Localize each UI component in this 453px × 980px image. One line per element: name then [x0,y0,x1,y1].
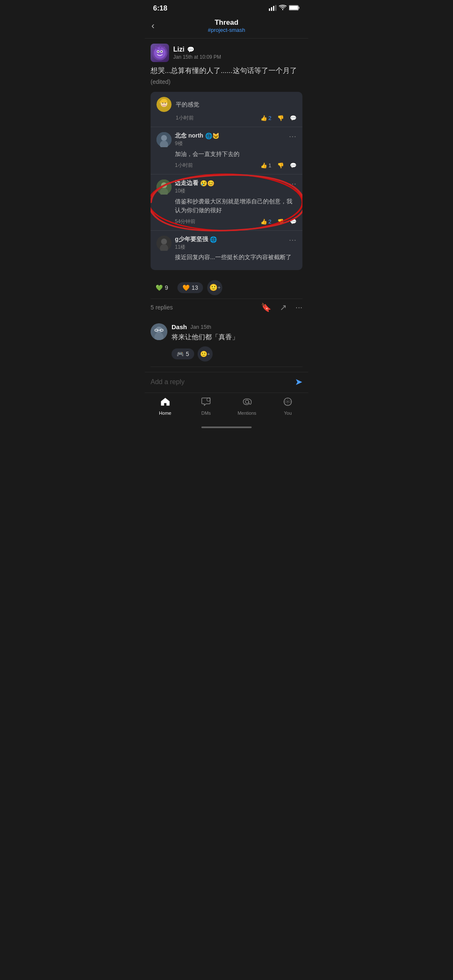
comment-1-like[interactable]: 👍 1 [260,162,271,169]
comment-3-more[interactable]: ··· [289,236,297,244]
dash-add-reaction[interactable]: 🙂+ [198,346,213,361]
status-time: 6:18 [153,4,167,13]
dash-reactions: 🎮 5 🙂+ [172,346,302,361]
svg-rect-0 [269,8,270,11]
comment-2-body: 借鉴和抄袭最大区别就是增添自己的创意，我认为你们做的很好 [156,197,297,215]
post-header: Lizi 💬 Jan 15th at 10:09 PM [151,44,302,62]
nav-you[interactable]: You [275,397,300,416]
nav-home-label: Home [159,411,171,416]
dash-name: Dash [172,323,187,330]
svg-point-35 [207,398,210,401]
post-text: 想哭...总算有懂的人了......这句话等了一个月了 (edited) [151,65,302,87]
card-top-comment: 平的感觉 1小时前 👍 2 👎 💬 [151,92,302,127]
clap-reaction[interactable]: 🧡 13 [177,282,203,293]
nav-home[interactable]: Home [153,397,178,416]
reply-input-bar: Add a reply ➤ [145,372,308,393]
comment-1-dislike[interactable]: 👎 [277,162,284,169]
clap-emoji: 🧡 [182,284,190,291]
poster-name: Lizi 💬 [173,46,221,53]
svg-rect-7 [299,7,300,9]
svg-rect-6 [289,6,298,10]
comment-1-meta: 北念 north 🌐🐱 9楼 [175,132,286,147]
dash-date: Jan 15th [190,324,211,330]
svg-point-13 [161,51,162,52]
bookmark-icon[interactable]: 🔖 [261,302,271,312]
comment-1-time: 1小时前 [175,162,255,169]
share-icon[interactable]: ↗ [280,302,287,312]
dash-avatar [151,323,167,340]
comment-1-reply[interactable]: 💬 [290,162,297,169]
wifi-icon [279,5,286,12]
comment-2-like[interactable]: 👍 2 [260,218,271,225]
nav-title: Thread #project-smash [208,18,245,33]
back-button[interactable]: ‹ [151,21,154,31]
you-icon [283,397,293,409]
svg-rect-1 [271,7,272,11]
home-indicator [201,426,252,428]
status-icons [269,5,300,12]
heart-reaction[interactable]: 💚 9 [151,282,173,293]
reply-input[interactable]: Add a reply [151,378,185,386]
nav-mentions-label: Mentions [237,411,256,416]
svg-point-12 [158,51,159,52]
edited-tag: (edited) [151,78,170,85]
top-comment-like[interactable]: 👍 2 [260,115,271,121]
dash-reply-content: Dash Jan 15th 将来让他们都「真香」 🎮 5 🙂+ [172,323,302,361]
svg-point-24 [161,182,167,188]
thread-title: Thread [208,18,245,27]
svg-point-4 [282,9,283,10]
comment-3: g少年要坚强 🌐 11楼 ··· 接近回复内容...一些挺长的文字内容被截断了 [151,231,302,270]
top-comment-text: 平的感觉 [176,101,199,109]
replies-bar: 5 replies 🔖 ↗ ··· [151,299,302,317]
comment-2: 边走边看 😢😊 10楼 ··· 借鉴和抄袭最大区别就是增添自己的创意，我认为你们… [151,174,302,231]
svg-point-9 [154,47,166,59]
comment-3-floor: 11楼 [175,244,286,251]
svg-rect-2 [273,6,274,11]
dms-icon [201,397,211,409]
top-comment-dislike[interactable]: 👎 [277,115,284,121]
comment-2-more[interactable]: ··· [289,179,297,188]
reply-post-dash: Dash Jan 15th 将来让他们都「真香」 🎮 5 🙂+ [151,317,302,367]
status-bar: 6:18 [145,0,308,15]
chat-icon: 💬 [187,46,194,53]
mentions-icon [242,397,252,409]
comment-3-body: 接近回复内容...一些挺长的文字内容被截断了 [156,253,297,262]
svg-point-19 [161,135,167,141]
comment-2-reply[interactable]: 💬 [290,218,297,225]
comment-2-floor: 10楼 [175,187,286,195]
comment-1-more[interactable]: ··· [289,132,297,141]
comment-3-meta: g少年要坚强 🌐 11楼 [175,236,286,251]
dash-reaction-1[interactable]: 🎮 5 [172,348,194,359]
replies-actions: 🔖 ↗ ··· [261,302,302,312]
nav-you-label: You [284,411,292,416]
comment-1: 北念 north 🌐🐱 9楼 ··· 加油，会一直支持下去的 1小时前 👍 1 … [151,127,302,174]
heart-count: 9 [165,284,168,291]
channel-name[interactable]: #project-smash [208,27,245,33]
send-button[interactable]: ➤ [295,377,302,387]
heart-emoji: 💚 [156,284,163,291]
nav-dms[interactable]: DMs [193,397,219,416]
battery-icon [289,5,300,12]
nav-dms-label: DMs [201,411,211,416]
comment-2-time: 54分钟前 [175,218,255,225]
nav-mentions[interactable]: Mentions [234,397,260,416]
add-reaction-button[interactable]: 🙂+ [207,280,222,295]
reactions-row: 💚 9 🧡 13 🙂+ [151,276,302,299]
svg-rect-3 [275,5,276,11]
screenshot-card: 平的感觉 1小时前 👍 2 👎 💬 [151,92,302,270]
replies-count: 5 replies [151,304,173,311]
comment-2-dislike[interactable]: 👎 [277,218,284,225]
svg-point-37 [245,400,249,403]
comment-2-avatar [156,179,172,195]
home-icon [160,397,170,409]
more-icon[interactable]: ··· [295,302,302,312]
nav-bar: ‹ Thread #project-smash [145,15,308,39]
comment-1-floor: 9楼 [175,140,286,147]
signal-icon [269,5,276,12]
svg-point-27 [161,239,167,244]
top-comment-reply-icon[interactable]: 💬 [290,115,297,121]
bottom-nav: Home DMs Mentions You [145,393,308,424]
comment-2-meta: 边走边看 😢😊 10楼 [175,179,286,195]
author-avatar [151,44,169,62]
comment-1-avatar [156,132,172,147]
